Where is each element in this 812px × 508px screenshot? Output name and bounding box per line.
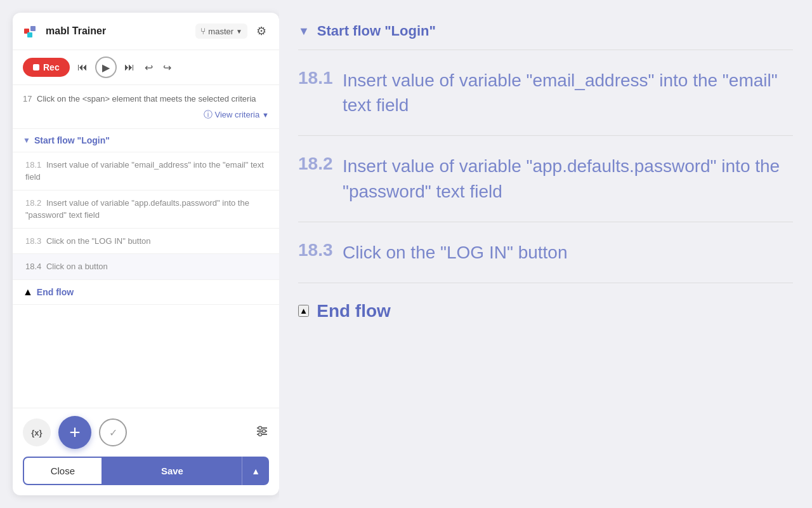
- step-18-2-num: 18.2: [25, 198, 41, 208]
- right-end-flow-title: End flow: [317, 301, 391, 321]
- right-panel: ▼ Start flow "Login" 18.1 Insert value o…: [279, 0, 812, 508]
- logo: mabl Trainer: [23, 22, 189, 40]
- header: mabl Trainer ⑂ master ▼ ⚙: [13, 13, 279, 50]
- variables-button[interactable]: {x}: [23, 418, 51, 446]
- start-flow-header[interactable]: ▼ Start flow "Login": [13, 129, 279, 152]
- rec-button[interactable]: Rec: [23, 58, 70, 77]
- right-step-18-3-num: 18.3: [298, 240, 336, 260]
- step-17-text: 17 Click on the <span> element that meet…: [23, 93, 269, 105]
- svg-point-6: [259, 426, 262, 429]
- view-criteria-chevron: ▼: [262, 111, 269, 119]
- branch-icon: ⑂: [200, 26, 206, 36]
- undo-button[interactable]: ↩: [142, 59, 155, 76]
- footer-buttons: Close Save ▲: [13, 457, 279, 495]
- toolbar: Rec ⏮ ▶ ⏭ ↩ ↪: [13, 50, 279, 85]
- step-18-1-text: Insert value of variable "email_address"…: [25, 160, 264, 182]
- plus-icon: +: [69, 423, 81, 442]
- right-step-18-1[interactable]: 18.1 Insert value of variable "email_add…: [298, 50, 793, 136]
- step-17[interactable]: 17 Click on the <span> element that meet…: [13, 85, 279, 129]
- left-panel: mabl Trainer ⑂ master ▼ ⚙ Rec ⏮ ▶ ⏭ ↩ ↪ …: [13, 13, 279, 495]
- filter-icon: [255, 424, 269, 438]
- save-dropdown-icon: ▲: [251, 466, 260, 476]
- step-18-4[interactable]: 18.4 Click on a button: [13, 254, 279, 280]
- step-18-3-num: 18.3: [25, 236, 41, 246]
- right-end-flow-chevron[interactable]: ▲: [298, 305, 309, 317]
- svg-point-8: [259, 432, 262, 436]
- right-step-18-1-num: 18.1: [298, 68, 336, 88]
- view-criteria-label: View criteria: [215, 110, 260, 119]
- svg-point-7: [263, 429, 266, 432]
- add-step-button[interactable]: +: [58, 416, 91, 449]
- checkmark-icon: ✓: [109, 427, 117, 439]
- end-flow-chevron: ▲: [23, 286, 33, 298]
- stop-square: [33, 64, 39, 70]
- logo-icon: [23, 22, 41, 40]
- step-18-1-num: 18.1: [25, 160, 41, 170]
- save-button[interactable]: Save: [103, 457, 242, 485]
- first-button[interactable]: ⏮: [75, 59, 90, 76]
- step-18-4-text: Click on a button: [46, 262, 108, 271]
- svg-rect-2: [27, 32, 32, 37]
- branch-selector[interactable]: ⑂ master ▼: [195, 23, 247, 39]
- right-step-18-3[interactable]: 18.3 Click on the "LOG IN" button: [298, 222, 793, 283]
- right-step-18-2[interactable]: 18.2 Insert value of variable "app.defau…: [298, 136, 793, 222]
- view-criteria-row[interactable]: ⓘ View criteria ▼: [23, 109, 269, 121]
- right-start-flow-header: ▼ Start flow "Login": [298, 13, 793, 50]
- right-step-18-1-text: Insert value of variable "email_address"…: [343, 68, 793, 117]
- filter-button[interactable]: [255, 424, 269, 441]
- step-18-2[interactable]: 18.2 Insert value of variable "app.defau…: [13, 190, 279, 229]
- right-start-flow-title: Start flow "Login": [317, 23, 436, 39]
- variables-icon: {x}: [31, 428, 42, 438]
- last-button[interactable]: ⏭: [122, 59, 137, 76]
- confirm-button[interactable]: ✓: [99, 418, 127, 446]
- right-step-18-3-text: Click on the "LOG IN" button: [343, 240, 567, 265]
- end-flow-label: End flow: [37, 287, 74, 297]
- branch-name: master: [208, 27, 233, 36]
- right-step-18-2-num: 18.2: [298, 154, 336, 174]
- step-18-2-text: Insert value of variable "app.defaults.p…: [25, 198, 249, 220]
- step-18-4-num: 18.4: [25, 262, 41, 271]
- app-title: mabl Trainer: [46, 25, 106, 37]
- settings-button[interactable]: ⚙: [254, 22, 269, 41]
- step-18-1[interactable]: 18.1 Insert value of variable "email_add…: [13, 152, 279, 190]
- end-flow-row[interactable]: ▲ End flow: [13, 280, 279, 305]
- step-18-3[interactable]: 18.3 Click on the "LOG IN" button: [13, 229, 279, 255]
- right-step-18-2-text: Insert value of variable "app.defaults.p…: [343, 154, 793, 203]
- rec-label: Rec: [43, 62, 60, 72]
- right-end-flow[interactable]: ▲ End flow: [298, 283, 793, 339]
- bottom-actions: {x} + ✓: [13, 408, 279, 457]
- right-start-flow-chevron[interactable]: ▼: [298, 25, 310, 38]
- svg-rect-1: [30, 26, 36, 31]
- close-button[interactable]: Close: [23, 457, 103, 485]
- branch-dropdown-icon: ▼: [236, 28, 242, 35]
- start-flow-chevron: ▼: [23, 136, 30, 145]
- save-dropdown-button[interactable]: ▲: [242, 457, 269, 485]
- step-17-num: 17: [23, 94, 32, 104]
- steps-list: 17 Click on the <span> element that meet…: [13, 85, 279, 408]
- play-button[interactable]: ▶: [95, 57, 117, 78]
- step-18-3-text: Click on the "LOG IN" button: [46, 236, 151, 246]
- redo-button[interactable]: ↪: [160, 59, 174, 76]
- info-icon: ⓘ: [204, 109, 213, 121]
- start-flow-title: Start flow "Login": [34, 135, 110, 145]
